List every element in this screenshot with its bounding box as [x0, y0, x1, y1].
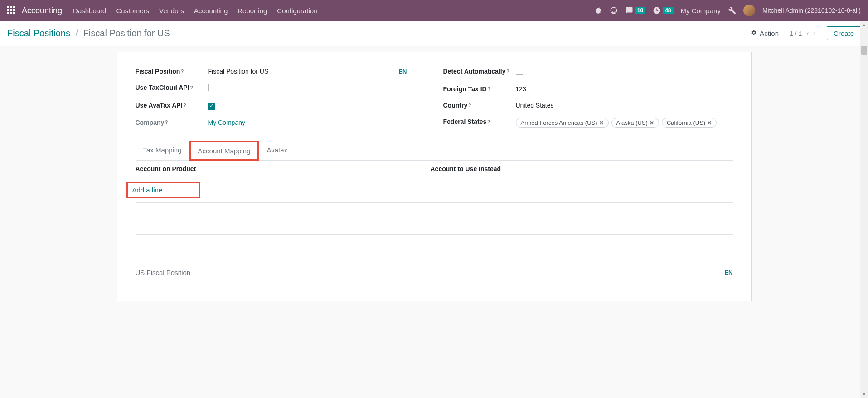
notes-lang-toggle[interactable]: EN	[724, 269, 732, 276]
company-link[interactable]: My Company	[208, 119, 425, 126]
menu-dashboard[interactable]: Dashboard	[73, 7, 106, 15]
foreign-tax-field[interactable]: 123	[516, 85, 733, 93]
country-label: Country?	[443, 102, 516, 109]
taxcloud-checkbox[interactable]	[208, 84, 215, 91]
table-empty	[136, 203, 733, 235]
apps-icon[interactable]	[7, 6, 15, 15]
fiscal-position-label: Fiscal Position?	[136, 68, 208, 75]
breadcrumb-sep: /	[76, 28, 78, 38]
tab-account-mapping[interactable]: Account Mapping	[189, 141, 259, 161]
states-label: Federal States?	[443, 118, 516, 125]
support-icon[interactable]	[610, 6, 618, 15]
tab-tax-mapping[interactable]: Tax Mapping	[136, 141, 189, 160]
action-menu[interactable]: Action	[751, 29, 779, 37]
state-tag[interactable]: California (US) ✕	[662, 118, 717, 128]
breadcrumb-current: Fiscal Position for US	[83, 28, 170, 38]
company-label: Company?	[136, 119, 208, 126]
scrollbar[interactable]: ▲ ▼	[860, 21, 868, 312]
activities-badge: 48	[663, 7, 673, 14]
tag-remove-icon[interactable]: ✕	[707, 120, 712, 126]
pager-prev[interactable]: ‹	[806, 29, 809, 38]
action-label: Action	[760, 29, 779, 37]
messages-badge: 10	[635, 7, 645, 14]
avatar[interactable]	[743, 5, 755, 16]
menu-accounting[interactable]: Accounting	[194, 7, 228, 15]
dev-tools-icon[interactable]	[728, 6, 736, 15]
tabs: Tax Mapping Account Mapping Avatax	[136, 141, 733, 161]
avatax-label: Use AvaTax API?	[136, 102, 208, 109]
pager: 1 / 1 ‹ ›	[790, 29, 816, 38]
menu-reporting[interactable]: Reporting	[238, 7, 267, 15]
activities-icon[interactable]: 48	[653, 6, 673, 15]
menu-configuration[interactable]: Configuration	[277, 7, 317, 15]
col-account-instead: Account to Use Instead	[431, 165, 726, 172]
create-button[interactable]: Create	[827, 26, 861, 40]
pager-text: 1 / 1	[790, 30, 802, 37]
debug-icon[interactable]	[594, 6, 602, 15]
username[interactable]: Mitchell Admin (22316102-16-0-all)	[762, 7, 861, 14]
fiscal-position-value[interactable]: Fiscal Position for US	[208, 68, 399, 75]
tag-remove-icon[interactable]: ✕	[650, 120, 654, 126]
breadcrumb: Fiscal Positions / Fiscal Position for U…	[7, 28, 170, 39]
top-nav: Accounting Dashboard Customers Vendors A…	[0, 0, 868, 21]
add-a-line[interactable]: Add a line	[126, 182, 200, 198]
detect-checkbox[interactable]	[516, 68, 523, 75]
state-tag[interactable]: Alaska (US) ✕	[611, 118, 659, 128]
foreign-tax-label: Foreign Tax ID?	[443, 85, 516, 93]
lang-toggle[interactable]: EN	[398, 68, 407, 75]
menu-vendors[interactable]: Vendors	[159, 7, 184, 15]
gear-icon	[751, 29, 757, 37]
tab-avatax[interactable]: Avatax	[259, 141, 295, 160]
pager-next[interactable]: ›	[814, 29, 816, 38]
table-header: Account on Product Account to Use Instea…	[136, 161, 733, 177]
avatax-checkbox[interactable]: ✓	[208, 103, 215, 110]
control-bar: Fiscal Positions / Fiscal Position for U…	[0, 21, 868, 46]
state-tag[interactable]: Armed Forces Americas (US) ✕	[516, 118, 609, 128]
main-menu: Dashboard Customers Vendors Accounting R…	[73, 7, 317, 15]
taxcloud-label: Use TaxCloud API?	[136, 84, 208, 91]
scroll-up-icon[interactable]: ▲	[860, 21, 868, 29]
company-selector[interactable]: My Company	[681, 7, 721, 15]
country-field[interactable]: United States	[516, 102, 733, 109]
nav-right: 10 48 My Company Mitchell Admin (2231610…	[594, 5, 861, 16]
notes-field[interactable]: US Fiscal Position	[136, 269, 725, 276]
tab-content: Account on Product Account to Use Instea…	[136, 161, 733, 235]
scroll-thumb[interactable]	[861, 46, 867, 55]
messages-icon[interactable]: 10	[625, 6, 645, 15]
app-brand[interactable]: Accounting	[22, 6, 62, 15]
states-tags[interactable]: Armed Forces Americas (US) ✕ Alaska (US)…	[516, 118, 733, 128]
form-sheet: Fiscal Position? Fiscal Position for US …	[117, 52, 752, 301]
breadcrumb-parent[interactable]: Fiscal Positions	[7, 28, 70, 38]
menu-customers[interactable]: Customers	[116, 7, 149, 15]
col-account-product: Account on Product	[136, 165, 431, 172]
tag-remove-icon[interactable]: ✕	[599, 120, 604, 126]
detect-label: Detect Automatically?	[443, 68, 516, 75]
